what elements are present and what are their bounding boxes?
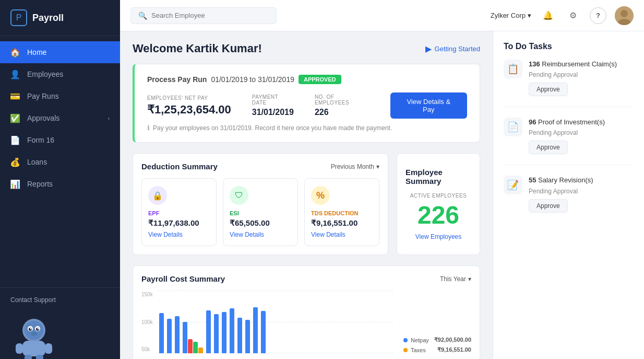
sidebar-item-employees[interactable]: 👤 Employees bbox=[0, 63, 120, 85]
approve-button-2[interactable]: Approve bbox=[529, 199, 568, 213]
view-details-pay-button[interactable]: View Details & Pay bbox=[390, 92, 467, 119]
chevron-right-icon: › bbox=[108, 115, 110, 121]
sidebar: P Payroll 🏠 Home 👤 Employees 💳 Pay Runs … bbox=[0, 0, 120, 359]
chart-area: 150k 100k 50k bbox=[141, 291, 393, 353]
tds-view-details-link[interactable]: View Details bbox=[311, 231, 373, 238]
mascot-illustration bbox=[5, 312, 63, 359]
todo-subtext: Pending Approval bbox=[529, 129, 634, 136]
company-selector[interactable]: Zylker Corp ▾ bbox=[491, 11, 531, 19]
todo-title: To Do Tasks bbox=[504, 42, 634, 51]
sidebar-footer: Contact Support bbox=[0, 287, 120, 312]
bar-group bbox=[245, 320, 250, 353]
period-selector[interactable]: Previous Month ▾ bbox=[331, 163, 379, 170]
sidebar-item-label: Loans bbox=[27, 158, 47, 166]
bar-group bbox=[183, 322, 203, 354]
home-nav-icon: 🏠 bbox=[10, 48, 20, 57]
payroll-cost-section: Payroll Cost Summary This Year ▾ 150k 10… bbox=[133, 265, 480, 359]
employee-count-stat: NO. OF EMPLOYEES 226 bbox=[315, 94, 369, 117]
view-employees-link[interactable]: View Employees bbox=[415, 233, 462, 240]
y-label-50k: 50k bbox=[141, 346, 153, 352]
todo-sidebar: To Do Tasks 📋 136 Reimbursement Claim(s)… bbox=[493, 31, 644, 359]
sidebar-item-approvals[interactable]: ✅ Approvals › bbox=[0, 107, 120, 129]
payroll-cost-header: Payroll Cost Summary This Year ▾ bbox=[141, 274, 471, 283]
bar-group bbox=[167, 319, 172, 353]
epf-icon: 🔒 bbox=[148, 186, 167, 205]
esi-view-details-link[interactable]: View Details bbox=[230, 231, 291, 238]
chart-bar bbox=[206, 310, 211, 354]
search-box[interactable]: 🔍 bbox=[130, 7, 277, 24]
todo-list: 📋 136 Reimbursement Claim(s) Pending App… bbox=[504, 60, 634, 223]
todo-text: 55 Salary Revision(s) bbox=[529, 176, 634, 185]
chart-bar bbox=[214, 314, 219, 353]
svg-point-7 bbox=[38, 328, 39, 330]
approvals-nav-icon: ✅ bbox=[10, 113, 20, 123]
chart-bar bbox=[159, 313, 164, 353]
active-employees-label: ACTIVE EMPLOYEES bbox=[410, 193, 467, 199]
sidebar-item-payruns[interactable]: 💳 Pay Runs bbox=[0, 85, 120, 107]
employee-summary-section: Employee Summary ACTIVE EMPLOYEES 226 Vi… bbox=[397, 153, 480, 255]
approved-badge: APPROVED bbox=[299, 75, 341, 84]
payment-date-stat: PAYMENT DATE 31/01/2019 bbox=[252, 94, 294, 117]
chart-bar bbox=[253, 307, 258, 353]
notification-icon[interactable]: 🔔 bbox=[540, 7, 556, 24]
content-main: Welcome Kartik Kumar! ▶ Getting Started … bbox=[120, 31, 493, 359]
bar-group bbox=[261, 311, 266, 353]
svg-point-6 bbox=[30, 328, 32, 330]
sidebar-item-label: Home bbox=[27, 48, 46, 56]
chart-bar bbox=[222, 312, 226, 353]
search-icon: 🔍 bbox=[138, 11, 147, 20]
welcome-row: Welcome Kartik Kumar! ▶ Getting Started bbox=[133, 42, 480, 55]
pay-run-title: Process Pay Run 01/01/2019 to 31/01/2019… bbox=[147, 75, 467, 84]
logo-text: Payroll bbox=[32, 13, 64, 24]
chevron-down-icon: ▾ bbox=[528, 11, 531, 19]
epf-label: EPF bbox=[148, 210, 210, 216]
bar-group bbox=[237, 318, 242, 353]
svg-rect-13 bbox=[36, 355, 43, 359]
sidebar-item-label: Form 16 bbox=[27, 136, 54, 144]
header: 🔍 Zylker Corp ▾ 🔔 ⚙ ? bbox=[120, 0, 644, 31]
pay-run-note: ℹ Pay your employees on 31/01/2019. Reco… bbox=[147, 124, 467, 132]
chart-bar bbox=[167, 319, 172, 353]
todo-text: 136 Reimbursement Claim(s) bbox=[529, 60, 634, 69]
search-input[interactable] bbox=[151, 11, 269, 19]
approve-button-0[interactable]: Approve bbox=[529, 83, 568, 96]
info-icon: ℹ bbox=[147, 124, 150, 132]
svg-rect-11 bbox=[45, 343, 52, 354]
chart-bar bbox=[261, 311, 266, 353]
sidebar-item-reports[interactable]: 📊 Reports bbox=[0, 173, 120, 195]
getting-started-link[interactable]: ▶ Getting Started bbox=[425, 44, 480, 54]
form16-nav-icon: 📄 bbox=[10, 135, 20, 145]
sidebar-item-label: Pay Runs bbox=[27, 92, 59, 100]
logo-icon: P bbox=[10, 9, 27, 26]
todo-item-1: 📄 96 Proof of Investment(s) Pending Appr… bbox=[504, 118, 634, 165]
help-icon[interactable]: ? bbox=[590, 7, 606, 24]
sidebar-item-home[interactable]: 🏠 Home bbox=[0, 41, 120, 63]
settings-icon[interactable]: ⚙ bbox=[565, 7, 581, 24]
deduction-item-esi: 🛡 ESI ₹65,505.00 View Details bbox=[223, 178, 298, 246]
welcome-title: Welcome Kartik Kumar! bbox=[133, 42, 262, 55]
epf-value: ₹11,97,638.00 bbox=[148, 218, 210, 228]
deduction-items: 🔒 EPF ₹11,97,638.00 View Details 🛡 ESI ₹… bbox=[141, 178, 379, 246]
legend-dot-taxes bbox=[403, 348, 408, 352]
tds-icon: % bbox=[311, 186, 330, 205]
user-avatar[interactable] bbox=[615, 6, 634, 25]
svg-rect-9 bbox=[22, 341, 45, 356]
epf-view-details-link[interactable]: View Details bbox=[148, 231, 210, 238]
bar-group bbox=[253, 307, 258, 353]
sidebar-item-loans[interactable]: 💰 Loans bbox=[0, 151, 120, 173]
chart-bars bbox=[157, 291, 393, 353]
contact-support-link[interactable]: Contact Support bbox=[10, 296, 110, 304]
chart-bar bbox=[175, 316, 180, 354]
payroll-period-selector[interactable]: This Year ▾ bbox=[440, 275, 471, 283]
chart-bar bbox=[237, 318, 242, 353]
pay-run-banner: Process Pay Run 01/01/2019 to 31/01/2019… bbox=[133, 64, 480, 143]
bar-group bbox=[206, 310, 211, 354]
header-right: Zylker Corp ▾ 🔔 ⚙ ? bbox=[491, 6, 634, 25]
approve-button-1[interactable]: Approve bbox=[529, 141, 568, 154]
sidebar-item-form16[interactable]: 📄 Form 16 bbox=[0, 129, 120, 151]
bar-group bbox=[222, 312, 226, 353]
deduction-section-header: Deduction Summary Previous Month ▾ bbox=[141, 162, 379, 171]
todo-content: 136 Reimbursement Claim(s) Pending Appro… bbox=[529, 60, 634, 96]
loans-nav-icon: 💰 bbox=[10, 157, 20, 167]
chart-bar bbox=[245, 320, 250, 353]
